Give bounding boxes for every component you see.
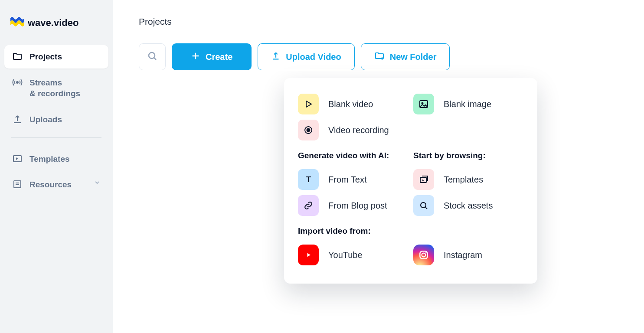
text-icon	[298, 169, 319, 190]
sidebar-item-uploads[interactable]: Uploads	[4, 108, 108, 131]
resources-icon	[12, 179, 23, 189]
new-folder-button-label: New Folder	[390, 52, 437, 62]
plus-icon	[191, 51, 200, 63]
sidebar-item-label: Streams & recordings	[29, 77, 80, 99]
menu-item-label: Instagram	[444, 250, 482, 260]
menu-item-instagram[interactable]: Instagram	[413, 242, 523, 268]
sidebar-item-label: Templates	[29, 153, 70, 165]
link-icon	[298, 195, 319, 216]
upload-video-button[interactable]: Upload Video	[258, 43, 354, 70]
upload-icon	[12, 114, 23, 124]
svg-point-3	[149, 52, 155, 59]
new-folder-button[interactable]: New Folder	[361, 43, 450, 70]
sidebar-item-label: Resources	[29, 179, 72, 190]
menu-item-video-recording[interactable]: Video recording	[298, 117, 408, 143]
sidebar-item-templates[interactable]: Templates	[4, 147, 108, 171]
menu-item-label: Blank image	[444, 99, 491, 109]
menu-item-label: Templates	[444, 175, 483, 185]
menu-item-blank-image[interactable]: Blank image	[413, 91, 523, 117]
svg-point-9	[421, 202, 426, 208]
search-button[interactable]	[139, 43, 166, 70]
svg-point-11	[422, 253, 426, 257]
create-dropdown: Blank video Blank image Video r	[284, 78, 537, 284]
svg-point-12	[425, 252, 426, 253]
sidebar-item-streams[interactable]: Streams & recordings	[4, 71, 108, 105]
menu-item-blank-video[interactable]: Blank video	[298, 91, 408, 117]
page-title: Projects	[139, 16, 618, 27]
youtube-icon	[298, 245, 319, 265]
toolbar: Create Upload Video New Folder	[139, 43, 618, 70]
broadcast-icon	[12, 77, 23, 88]
sidebar-item-resources[interactable]: Resources	[4, 173, 108, 196]
menu-heading-browse: Start by browsing:	[413, 151, 523, 160]
search-icon	[147, 51, 157, 63]
svg-point-0	[16, 82, 18, 83]
menu-item-label: From Blog post	[328, 201, 387, 211]
menu-heading-import: Import video from:	[298, 226, 523, 236]
record-icon	[298, 120, 319, 140]
template-stack-icon	[413, 169, 434, 190]
menu-item-from-text[interactable]: From Text	[298, 166, 408, 193]
wave-logo-icon	[10, 16, 24, 29]
svg-point-5	[422, 103, 423, 104]
menu-heading-ai: Generate video with AI:	[298, 151, 408, 160]
sidebar-item-label: Projects	[29, 51, 62, 62]
sidebar: wave.video Projects Streams & recordings	[0, 0, 113, 333]
templates-icon	[12, 153, 23, 164]
create-button[interactable]: Create	[172, 43, 252, 70]
menu-item-label: From Text	[328, 175, 367, 185]
menu-item-youtube[interactable]: YouTube	[298, 242, 408, 268]
main-content: Projects Create Upload Video	[113, 0, 644, 333]
svg-point-7	[307, 129, 310, 132]
folder-plus-icon	[374, 51, 385, 63]
menu-item-label: Video recording	[328, 125, 389, 135]
chevron-down-icon	[94, 179, 101, 186]
search-icon	[413, 195, 434, 216]
upload-icon	[271, 51, 281, 63]
play-icon	[298, 94, 319, 114]
brand-name: wave.video	[28, 17, 78, 29]
upload-button-label: Upload Video	[286, 52, 341, 62]
menu-item-stock-assets[interactable]: Stock assets	[413, 193, 523, 219]
instagram-icon	[413, 245, 434, 265]
create-button-label: Create	[206, 52, 232, 62]
brand-logo[interactable]: wave.video	[4, 16, 108, 45]
menu-item-label: YouTube	[328, 250, 363, 260]
sidebar-divider	[11, 137, 101, 138]
menu-item-templates[interactable]: Templates	[413, 166, 523, 193]
sidebar-item-label: Uploads	[29, 114, 62, 125]
folder-icon	[12, 51, 23, 62]
image-icon	[413, 94, 434, 114]
menu-item-from-blog[interactable]: From Blog post	[298, 193, 408, 219]
menu-item-label: Stock assets	[444, 201, 493, 211]
menu-item-label: Blank video	[328, 99, 373, 109]
sidebar-item-projects[interactable]: Projects	[4, 45, 108, 69]
